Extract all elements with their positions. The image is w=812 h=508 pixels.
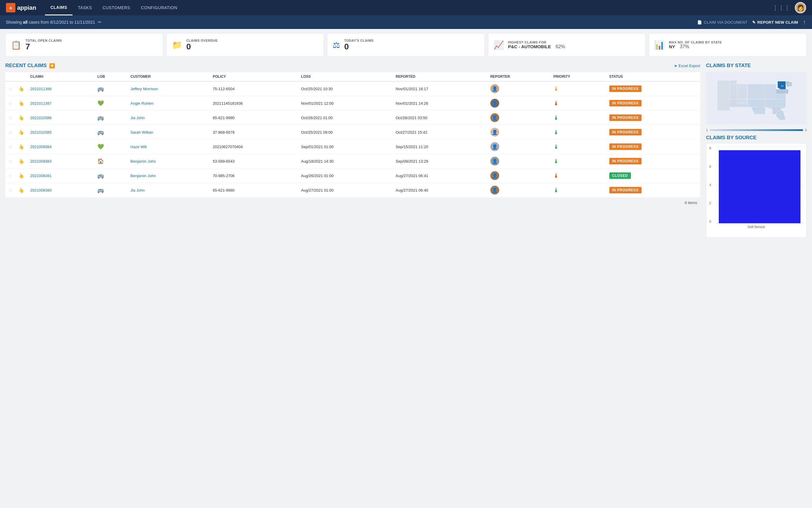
status-badge: IN PROGRESS — [609, 129, 642, 135]
stat-content-claims: TOTAL OPEN CLAIMS 7 — [26, 39, 62, 51]
reported-cell: Aug/27/2021 06:41 — [393, 169, 488, 183]
lob-auto-icon: 🚌 — [98, 187, 104, 193]
claim-id-link[interactable]: 2021010386 — [30, 116, 51, 120]
claim-id-link[interactable]: 2021011388 — [30, 87, 51, 91]
svg-rect-7 — [786, 81, 789, 84]
navbar-right: ⋮⋮⋮ 👩 — [772, 2, 806, 13]
customer-link[interactable]: Sarah Willian — [130, 130, 153, 134]
policy-cell: 20210627070404 — [210, 139, 298, 154]
excel-export-button[interactable]: ➤ Excel Export — [674, 64, 700, 68]
claim-id-link[interactable]: 2021008381 — [30, 174, 51, 178]
doc-icon: 📄 — [697, 20, 702, 25]
grid-icon[interactable]: ⋮⋮⋮ — [772, 4, 790, 11]
star-icon[interactable]: ☆ — [8, 115, 12, 120]
table-row: ☆ 👆 2021010386 🚌 Jia John 65-621-9990 Oc… — [5, 111, 700, 125]
star-icon[interactable]: ☆ — [8, 159, 12, 164]
action-icon[interactable]: 👆 — [18, 188, 24, 193]
nav-configuration[interactable]: CONFIGURATION — [136, 0, 183, 15]
customer-link[interactable]: Haze Will — [130, 144, 147, 149]
action-icon[interactable]: 👆 — [18, 173, 24, 178]
edit-icon[interactable]: ✏ — [98, 19, 102, 25]
nav-claims[interactable]: CLAIMS — [45, 0, 73, 15]
status-badge: IN PROGRESS — [609, 115, 642, 121]
logo: a appian — [6, 3, 36, 12]
stat-value-overdue: 0 — [186, 42, 218, 51]
customer-link[interactable]: Jeffery Morrison — [130, 87, 158, 91]
status-badge: IN PROGRESS — [609, 158, 642, 164]
policy-cell: 20211145181836 — [210, 96, 298, 111]
stat-sub-state: NY — [669, 44, 675, 49]
table-row: ☆ 👆 2021011387 💚 Angie Ruhlen 2021114518… — [5, 96, 700, 111]
scale-min: 1 — [706, 128, 708, 132]
claim-id-link[interactable]: 2021009383 — [30, 159, 51, 164]
stat-label-total: TOTAL OPEN CLAIMS — [26, 39, 62, 42]
claim-id-link[interactable]: 2021011387 — [30, 101, 51, 105]
loss-cell: Oct/25/2021 10:30 — [298, 81, 393, 96]
action-icon[interactable]: 👆 — [18, 115, 24, 120]
y-label-0: 0 — [709, 220, 716, 223]
reported-cell: Oct/28/2021 03:50 — [393, 111, 488, 125]
customer-link[interactable]: Benjamin John — [130, 174, 156, 178]
col-status: STATUS — [606, 72, 700, 81]
star-icon[interactable]: ☆ — [8, 188, 12, 193]
table-row: ☆ 👆 2021010385 🚌 Sarah Willian 37-868-65… — [5, 125, 700, 139]
customer-link[interactable]: Benjamin John — [130, 159, 156, 164]
svg-rect-10 — [790, 84, 792, 86]
stat-content-highest: HIGHEST CLAIMS FOR P&C - AUTOMOBILE 62% — [508, 41, 565, 49]
stat-content-today: TODAY'S CLAIMS 0 — [344, 39, 374, 51]
stat-todays-claims: ⚖ TODAY'S CLAIMS 0 — [327, 33, 485, 57]
col-reporter: REPORTER — [488, 72, 550, 81]
logo-text: appian — [17, 4, 36, 11]
priority-high-icon: 🌡 — [553, 100, 559, 107]
svg-rect-6 — [786, 89, 788, 94]
lob-auto-icon: 🚌 — [98, 173, 104, 179]
lob-property-icon: 🏠 — [98, 158, 104, 164]
filter-icon[interactable]: 🔽 — [49, 63, 55, 69]
customer-link[interactable]: Angie Ruhlen — [130, 101, 154, 105]
stat-icon-overdue: 📁 — [172, 40, 182, 50]
loss-cell: Aug/18/2021 14:30 — [298, 154, 393, 169]
svg-marker-5 — [776, 89, 786, 94]
svg-marker-15 — [747, 84, 776, 99]
nav-customers[interactable]: CUSTOMERS — [98, 0, 136, 15]
reporter-avatar: 👤 — [490, 171, 499, 180]
reporter-avatar: 👤 — [490, 99, 499, 108]
stat-content-state: MAX NO. OF CLAIMS BY STATE NY 37% — [669, 41, 722, 49]
claim-id-link[interactable]: 2021010385 — [30, 130, 51, 134]
star-icon[interactable]: ☆ — [8, 144, 12, 149]
export-icon: ➤ — [674, 64, 678, 68]
action-icon[interactable]: 👆 — [18, 130, 24, 135]
lob-auto-icon: 🚌 — [98, 129, 104, 135]
navbar: a appian CLAIMS TASKS CUSTOMERS CONFIGUR… — [0, 0, 812, 15]
claim-id-link[interactable]: 2021009384 — [30, 144, 51, 149]
table-row: ☆ 👆 2021008381 🚌 Benjamin John 70-985-27… — [5, 169, 700, 183]
action-icon[interactable]: 👆 — [18, 144, 24, 149]
lob-auto-icon: 🚌 — [98, 86, 104, 92]
report-new-claim-button[interactable]: ✎ REPORT NEW CLAIM — [752, 20, 798, 25]
reporter-avatar: 👤 — [490, 128, 499, 137]
star-icon[interactable]: ☆ — [8, 173, 12, 178]
col-policy: POLICY — [210, 72, 298, 81]
user-avatar[interactable]: 👩 — [795, 2, 806, 13]
star-icon[interactable]: ☆ — [8, 130, 12, 135]
star-icon[interactable]: ☆ — [8, 86, 12, 91]
stat-pct-highest: 62% — [556, 44, 565, 49]
action-icon[interactable]: 👆 — [18, 159, 24, 164]
reporter-avatar: 👤 — [490, 84, 499, 93]
y-label-6: 6 — [709, 165, 716, 168]
stat-highest-claims: 📈 HIGHEST CLAIMS FOR P&C - AUTOMOBILE 62… — [488, 33, 646, 57]
svg-marker-17 — [717, 80, 730, 111]
customer-link[interactable]: Jia John — [130, 188, 145, 193]
loss-cell: Aug/26/2021 01:00 — [298, 169, 393, 183]
star-icon[interactable]: ☆ — [8, 101, 12, 106]
action-icon[interactable]: 👆 — [18, 86, 24, 91]
reporter-avatar: 👤 — [490, 186, 499, 195]
claim-id-link[interactable]: 2021008380 — [30, 188, 51, 193]
table-row: ☆ 👆 2021009383 🏠 Benjamin John 53-589-65… — [5, 154, 700, 169]
nav-tasks[interactable]: TASKS — [73, 0, 97, 15]
customer-link[interactable]: Jia John — [130, 116, 145, 120]
claim-via-document-button[interactable]: 📄 CLAIM VIA DOCUMENT — [697, 20, 747, 25]
policy-cell: 65-621-9990 — [210, 183, 298, 198]
action-icon[interactable]: 👆 — [18, 101, 24, 106]
bar-label-self-service: Self-Service — [709, 225, 803, 228]
